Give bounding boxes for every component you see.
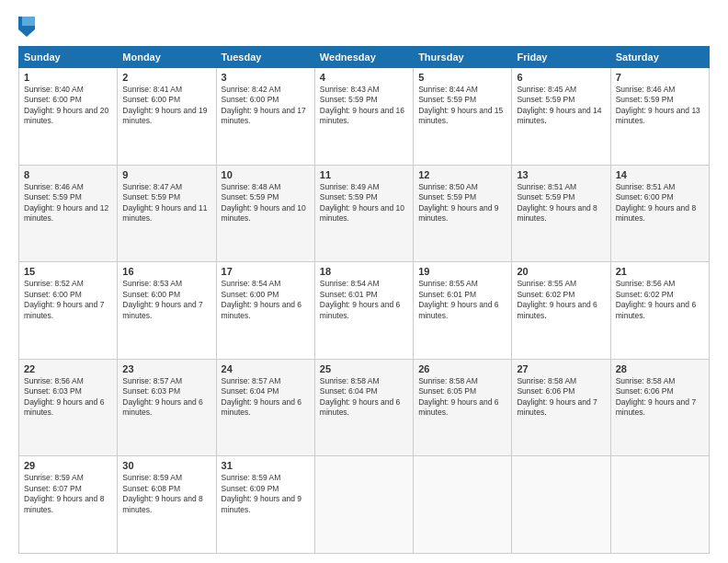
day-number: 28 (616, 363, 704, 374)
day-number: 22 (24, 363, 112, 374)
day-info: Sunrise: 8:59 AM Sunset: 6:07 PM Dayligh… (24, 473, 112, 515)
header (18, 17, 710, 37)
day-cell (512, 456, 610, 554)
day-cell: 15Sunrise: 8:52 AM Sunset: 6:00 PM Dayli… (19, 262, 118, 360)
day-info: Sunrise: 8:59 AM Sunset: 6:08 PM Dayligh… (122, 473, 210, 515)
day-info: Sunrise: 8:45 AM Sunset: 5:59 PM Dayligh… (517, 85, 605, 127)
day-info: Sunrise: 8:58 AM Sunset: 6:06 PM Dayligh… (517, 376, 605, 419)
day-cell: 20Sunrise: 8:55 AM Sunset: 6:02 PM Dayli… (512, 262, 610, 360)
svg-marker-1 (22, 17, 35, 26)
day-number: 1 (24, 72, 112, 83)
day-info: Sunrise: 8:53 AM Sunset: 6:00 PM Dayligh… (122, 279, 210, 321)
day-number: 31 (222, 460, 310, 471)
day-number: 11 (320, 169, 408, 180)
day-info: Sunrise: 8:55 AM Sunset: 6:01 PM Dayligh… (418, 279, 506, 321)
day-info: Sunrise: 8:59 AM Sunset: 6:09 PM Dayligh… (222, 473, 310, 515)
day-number: 26 (418, 363, 506, 374)
day-number: 30 (122, 460, 210, 471)
day-cell: 26Sunrise: 8:58 AM Sunset: 6:05 PM Dayli… (414, 359, 512, 456)
day-number: 29 (24, 460, 112, 471)
day-number: 14 (616, 169, 704, 180)
day-info: Sunrise: 8:54 AM Sunset: 6:01 PM Dayligh… (320, 279, 408, 321)
day-number: 4 (320, 72, 408, 83)
logo (18, 17, 37, 37)
day-cell: 7Sunrise: 8:46 AM Sunset: 5:59 PM Daylig… (610, 68, 709, 166)
day-number: 9 (122, 169, 210, 180)
day-info: Sunrise: 8:58 AM Sunset: 6:06 PM Dayligh… (616, 376, 704, 419)
header-monday: Monday (118, 47, 216, 68)
day-cell: 9Sunrise: 8:47 AM Sunset: 5:59 PM Daylig… (118, 165, 216, 262)
day-cell (414, 456, 512, 554)
day-cell: 17Sunrise: 8:54 AM Sunset: 6:00 PM Dayli… (216, 262, 314, 360)
day-info: Sunrise: 8:46 AM Sunset: 5:59 PM Dayligh… (24, 182, 112, 224)
day-info: Sunrise: 8:56 AM Sunset: 6:03 PM Dayligh… (24, 376, 112, 419)
day-number: 24 (222, 363, 310, 374)
day-info: Sunrise: 8:57 AM Sunset: 6:04 PM Dayligh… (222, 376, 310, 419)
day-info: Sunrise: 8:40 AM Sunset: 6:00 PM Dayligh… (24, 85, 112, 127)
day-number: 18 (320, 266, 408, 277)
day-number: 8 (24, 169, 112, 180)
day-cell: 4Sunrise: 8:43 AM Sunset: 5:59 PM Daylig… (314, 68, 413, 166)
day-cell: 21Sunrise: 8:56 AM Sunset: 6:02 PM Dayli… (610, 262, 709, 360)
calendar-header: SundayMondayTuesdayWednesdayThursdayFrid… (19, 47, 710, 68)
day-cell: 16Sunrise: 8:53 AM Sunset: 6:00 PM Dayli… (118, 262, 216, 360)
day-cell: 24Sunrise: 8:57 AM Sunset: 6:04 PM Dayli… (216, 359, 314, 456)
day-info: Sunrise: 8:55 AM Sunset: 6:02 PM Dayligh… (517, 279, 605, 321)
day-cell: 28Sunrise: 8:58 AM Sunset: 6:06 PM Dayli… (610, 359, 709, 456)
day-cell: 12Sunrise: 8:50 AM Sunset: 5:59 PM Dayli… (414, 165, 512, 262)
day-info: Sunrise: 8:41 AM Sunset: 6:00 PM Dayligh… (122, 85, 210, 127)
day-info: Sunrise: 8:43 AM Sunset: 5:59 PM Dayligh… (320, 85, 408, 127)
day-cell: 13Sunrise: 8:51 AM Sunset: 5:59 PM Dayli… (512, 165, 610, 262)
day-cell: 25Sunrise: 8:58 AM Sunset: 6:04 PM Dayli… (314, 359, 413, 456)
day-number: 21 (616, 266, 704, 277)
day-number: 2 (122, 72, 210, 83)
day-number: 15 (24, 266, 112, 277)
day-info: Sunrise: 8:44 AM Sunset: 5:59 PM Dayligh… (418, 85, 506, 127)
week-row-4: 22Sunrise: 8:56 AM Sunset: 6:03 PM Dayli… (19, 359, 710, 456)
day-info: Sunrise: 8:50 AM Sunset: 5:59 PM Dayligh… (418, 182, 506, 224)
day-number: 27 (517, 363, 605, 374)
header-thursday: Thursday (414, 47, 512, 68)
day-info: Sunrise: 8:58 AM Sunset: 6:04 PM Dayligh… (320, 376, 408, 419)
day-number: 19 (418, 266, 506, 277)
day-info: Sunrise: 8:58 AM Sunset: 6:05 PM Dayligh… (418, 376, 506, 419)
day-number: 17 (222, 266, 310, 277)
day-cell: 31Sunrise: 8:59 AM Sunset: 6:09 PM Dayli… (216, 456, 314, 554)
header-wednesday: Wednesday (314, 47, 413, 68)
week-row-5: 29Sunrise: 8:59 AM Sunset: 6:07 PM Dayli… (19, 456, 710, 554)
day-cell: 19Sunrise: 8:55 AM Sunset: 6:01 PM Dayli… (414, 262, 512, 360)
logo-icon (18, 17, 35, 37)
day-number: 12 (418, 169, 506, 180)
day-info: Sunrise: 8:57 AM Sunset: 6:03 PM Dayligh… (122, 376, 210, 419)
day-info: Sunrise: 8:48 AM Sunset: 5:59 PM Dayligh… (222, 182, 310, 224)
week-row-2: 8Sunrise: 8:46 AM Sunset: 5:59 PM Daylig… (19, 165, 710, 262)
day-cell (314, 456, 413, 554)
day-cell: 27Sunrise: 8:58 AM Sunset: 6:06 PM Dayli… (512, 359, 610, 456)
day-number: 20 (517, 266, 605, 277)
day-cell: 22Sunrise: 8:56 AM Sunset: 6:03 PM Dayli… (19, 359, 118, 456)
day-info: Sunrise: 8:47 AM Sunset: 5:59 PM Dayligh… (122, 182, 210, 224)
day-cell: 2Sunrise: 8:41 AM Sunset: 6:00 PM Daylig… (118, 68, 216, 166)
page: SundayMondayTuesdayWednesdayThursdayFrid… (0, 0, 728, 563)
week-row-1: 1Sunrise: 8:40 AM Sunset: 6:00 PM Daylig… (19, 68, 710, 166)
day-cell: 23Sunrise: 8:57 AM Sunset: 6:03 PM Dayli… (118, 359, 216, 456)
day-cell: 30Sunrise: 8:59 AM Sunset: 6:08 PM Dayli… (118, 456, 216, 554)
week-row-3: 15Sunrise: 8:52 AM Sunset: 6:00 PM Dayli… (19, 262, 710, 360)
header-tuesday: Tuesday (216, 47, 314, 68)
day-cell (610, 456, 709, 554)
day-number: 13 (517, 169, 605, 180)
day-cell: 29Sunrise: 8:59 AM Sunset: 6:07 PM Dayli… (19, 456, 118, 554)
day-info: Sunrise: 8:52 AM Sunset: 6:00 PM Dayligh… (24, 279, 112, 321)
day-cell: 1Sunrise: 8:40 AM Sunset: 6:00 PM Daylig… (19, 68, 118, 166)
header-sunday: Sunday (19, 47, 118, 68)
day-number: 23 (122, 363, 210, 374)
day-number: 10 (222, 169, 310, 180)
day-info: Sunrise: 8:51 AM Sunset: 6:00 PM Dayligh… (616, 182, 704, 224)
calendar: SundayMondayTuesdayWednesdayThursdayFrid… (18, 46, 710, 554)
day-cell: 5Sunrise: 8:44 AM Sunset: 5:59 PM Daylig… (414, 68, 512, 166)
day-number: 7 (616, 72, 704, 83)
day-cell: 18Sunrise: 8:54 AM Sunset: 6:01 PM Dayli… (314, 262, 413, 360)
header-saturday: Saturday (610, 47, 709, 68)
day-cell: 3Sunrise: 8:42 AM Sunset: 6:00 PM Daylig… (216, 68, 314, 166)
header-friday: Friday (512, 47, 610, 68)
